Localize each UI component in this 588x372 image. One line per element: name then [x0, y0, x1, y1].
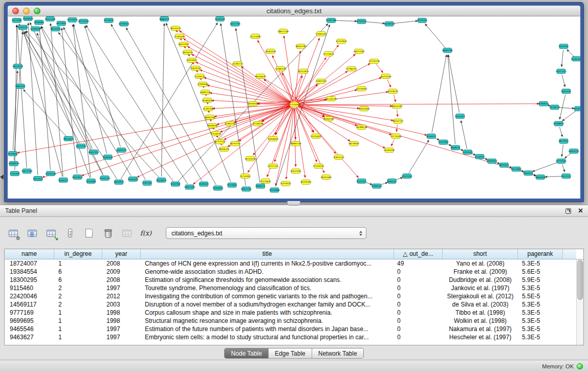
graph-node[interactable]: 9529134: [215, 16, 225, 21]
graph-node[interactable]: 10385521: [371, 184, 382, 188]
show-columns-button[interactable]: [25, 227, 39, 240]
graph-node[interactable]: 10250861: [269, 188, 280, 192]
graph-node[interactable]: 10705581: [462, 150, 473, 155]
table-row[interactable]: 969969511998Structural magnetic resonanc…: [5, 317, 576, 325]
graph-node[interactable]: 18432712: [393, 119, 404, 123]
graph-node[interactable]: 9147211: [561, 174, 571, 179]
graph-node[interactable]: 18612249: [277, 29, 289, 34]
graph-node[interactable]: 10654121: [568, 149, 579, 154]
graph-node[interactable]: 10490810: [23, 16, 34, 20]
table-row[interactable]: 946554611997Estimation of the future num…: [5, 325, 576, 333]
graph-node[interactable]: 10811751: [241, 187, 252, 191]
graph-node[interactable]: 14702877: [311, 134, 322, 139]
graph-node[interactable]: 15375016: [380, 74, 391, 79]
graph-node[interactable]: 9882203: [15, 84, 25, 89]
graph-node[interactable]: 10581481: [325, 18, 337, 23]
import-table-button[interactable]: ↘: [44, 227, 58, 240]
table-row[interactable]: 1456911722003Disruption of a novel membe…: [5, 300, 576, 309]
graph-node[interactable]: 9515098: [12, 18, 21, 23]
graph-node[interactable]: 9794023: [357, 19, 366, 24]
graph-node[interactable]: 10731041: [556, 159, 567, 163]
table-row[interactable]: 911546021997Tourette syndrome. Phenomeno…: [5, 284, 576, 292]
create-table-button[interactable]: [82, 227, 96, 240]
graph-node[interactable]: 12775934: [390, 134, 402, 139]
graph-node[interactable]: 10538211: [156, 178, 167, 183]
table-scrollbar[interactable]: [576, 259, 583, 345]
table-row[interactable]: 1938455462009Genome-wide association stu…: [5, 268, 576, 276]
graph-node[interactable]: 18255751: [230, 141, 241, 146]
graph-node[interactable]: 9331011: [455, 114, 465, 119]
tab-network-table[interactable]: Network Table: [312, 348, 363, 358]
graph-node[interactable]: 10408101: [30, 27, 41, 31]
graph-node[interactable]: 9130709: [10, 171, 19, 176]
graph-node[interactable]: 15037051: [290, 169, 301, 173]
network-canvas[interactable]: 1724091853021217285993160419521820043212…: [8, 16, 580, 199]
graph-node[interactable]: 18067591: [204, 115, 215, 120]
column-header-name[interactable]: name: [5, 249, 54, 259]
graph-node[interactable]: 10657312: [88, 150, 99, 155]
graph-node[interactable]: 10236571: [549, 105, 560, 110]
graph-node[interactable]: 9234971: [475, 155, 485, 159]
close-panel-icon[interactable]: ×: [578, 207, 583, 215]
graph-node[interactable]: 15608561: [207, 123, 218, 128]
graph-node[interactable]: 9886311: [160, 16, 169, 21]
graph-node[interactable]: 9156311: [426, 134, 436, 139]
graph-node[interactable]: 15130950: [356, 86, 367, 91]
graph-node[interactable]: 10377211: [556, 69, 567, 74]
graph-node[interactable]: 9456371: [574, 106, 580, 111]
graph-node[interactable]: 10292451: [571, 57, 580, 61]
graph-node[interactable]: 17579031: [260, 179, 271, 183]
graph-node[interactable]: 9715001: [227, 183, 237, 187]
graph-node[interactable]: 10944659: [358, 106, 369, 111]
graph-node[interactable]: 18200432: [182, 50, 193, 55]
graph-node[interactable]: 11220379: [325, 97, 337, 101]
graph-node[interactable]: 8130304: [417, 18, 427, 23]
graph-node[interactable]: 9603871: [114, 180, 124, 184]
graph-node[interactable]: 10698079: [8, 161, 19, 166]
graph-node[interactable]: 15958112: [538, 101, 549, 106]
graph-node[interactable]: 12958621: [268, 137, 279, 141]
graph-node[interactable]: 16462935: [265, 49, 276, 54]
tab-edge-table[interactable]: Edge Table: [268, 348, 312, 358]
graph-node[interactable]: 11381111: [232, 61, 244, 66]
minimize-button[interactable]: [23, 8, 30, 14]
table-row[interactable]: 977716911998Corpus callosum shape and si…: [5, 309, 576, 317]
graph-node[interactable]: 9627851: [559, 139, 569, 143]
graph-node[interactable]: 10468911: [553, 121, 564, 126]
graph-node[interactable]: 12960745: [225, 121, 236, 126]
graph-node[interactable]: 12080470: [275, 67, 287, 71]
graph-node[interactable]: 20510521: [12, 64, 24, 69]
graph-node[interactable]: 9380501: [103, 155, 113, 160]
tab-node-table[interactable]: Node Table: [225, 348, 268, 358]
table-row[interactable]: 946362711997Embryonic stem cells: a mode…: [5, 333, 576, 341]
network-graph[interactable]: 1724091853021217285993160419521820043212…: [8, 16, 580, 199]
column-tools-button[interactable]: [63, 227, 77, 240]
graph-node[interactable]: 10199411: [118, 21, 129, 26]
graph-node[interactable]: 15312831: [298, 69, 309, 74]
table-row[interactable]: 1830029562008Estimation of significance …: [5, 276, 576, 284]
graph-node[interactable]: 12725611: [323, 52, 334, 56]
graph-node[interactable]: 10456311: [486, 159, 497, 163]
graph-node[interactable]: 17081971: [316, 32, 327, 36]
graph-node[interactable]: 10521292: [45, 16, 56, 21]
graph-node[interactable]: 9514561: [559, 44, 569, 49]
graph-node[interactable]: 18316679: [255, 74, 266, 79]
column-header-year[interactable]: year: [102, 249, 141, 259]
graph-node[interactable]: 15056302: [247, 101, 258, 106]
graph-node[interactable]: 18530212: [170, 26, 181, 31]
column-header-short[interactable]: short: [443, 249, 518, 259]
graph-node[interactable]: 17786211: [346, 67, 357, 71]
window-titlebar[interactable]: citations_edges.txt: [8, 6, 580, 16]
graph-node[interactable]: 17999364: [197, 82, 208, 86]
graph-node[interactable]: 9443761: [170, 182, 180, 186]
graph-node[interactable]: 16684784: [442, 48, 453, 53]
graph-node[interactable]: 10417291: [230, 21, 241, 26]
graph-node[interactable]: 15820307: [190, 66, 202, 71]
graph-node[interactable]: 9562211: [524, 171, 533, 176]
graph-node[interactable]: 16973760: [354, 49, 365, 54]
graph-node[interactable]: 16041952: [178, 42, 189, 47]
graph-node[interactable]: 10527341: [401, 174, 412, 179]
graph-node[interactable]: 9874321: [499, 163, 509, 167]
graph-node[interactable]: 18294462: [320, 175, 332, 180]
column-header-in_degree[interactable]: in_degree: [54, 249, 102, 259]
